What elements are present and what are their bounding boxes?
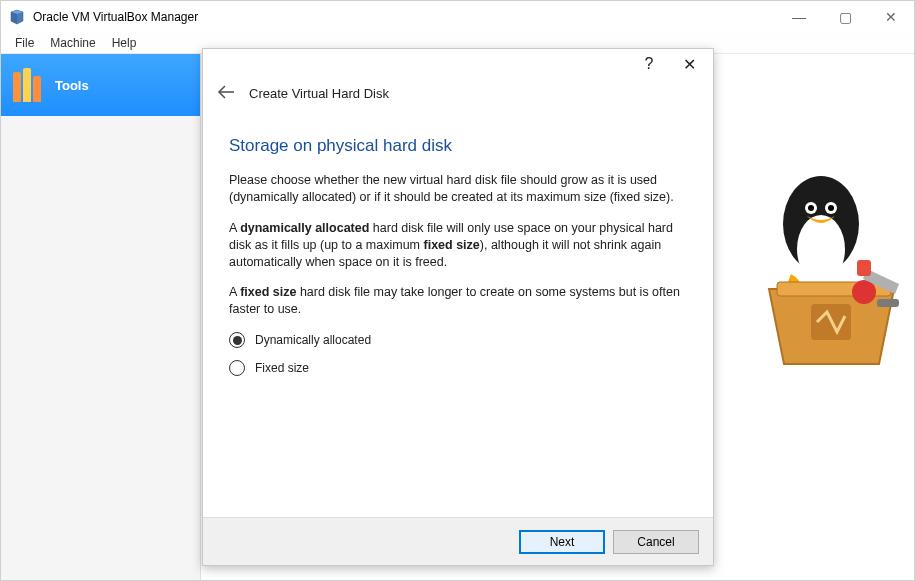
maximize-button[interactable]: ▢ — [822, 1, 868, 32]
dialog-help-button[interactable]: ? — [629, 50, 669, 78]
svg-point-4 — [808, 205, 814, 211]
dialog-text-p1: Please choose whether the new virtual ha… — [229, 172, 687, 206]
svg-rect-9 — [857, 260, 871, 276]
dialog-title: Create Virtual Hard Disk — [249, 86, 389, 101]
app-title: Oracle VM VirtualBox Manager — [33, 10, 776, 24]
menu-help[interactable]: Help — [104, 34, 145, 52]
dialog-text-p2: A dynamically allocated hard disk file w… — [229, 220, 687, 271]
titlebar: Oracle VM VirtualBox Manager — ▢ ✕ — [1, 1, 914, 32]
dialog-heading: Storage on physical hard disk — [229, 136, 687, 156]
sidebar-item-tools[interactable]: Tools — [1, 54, 200, 116]
dialog-titlebar: ? ✕ — [203, 49, 713, 79]
dialog-text-p3: A fixed size hard disk file may take lon… — [229, 284, 687, 318]
radio-circle-icon — [229, 332, 245, 348]
svg-point-8 — [852, 280, 876, 304]
radio-fixed[interactable]: Fixed size — [229, 360, 687, 376]
menu-machine[interactable]: Machine — [42, 34, 103, 52]
svg-rect-10 — [877, 299, 899, 307]
create-disk-dialog: ? ✕ Create Virtual Hard Disk Storage on … — [202, 48, 714, 566]
virtualbox-icon — [9, 9, 25, 25]
svg-point-5 — [828, 205, 834, 211]
radio-dynamic-label: Dynamically allocated — [255, 333, 371, 347]
radio-dynamic[interactable]: Dynamically allocated — [229, 332, 687, 348]
welcome-illustration — [749, 154, 904, 374]
svg-point-1 — [797, 215, 845, 283]
sidebar: Tools — [1, 54, 201, 580]
radio-fixed-label: Fixed size — [255, 361, 309, 375]
tools-label: Tools — [55, 78, 89, 93]
window-close-button[interactable]: ✕ — [868, 1, 914, 32]
dialog-close-button[interactable]: ✕ — [669, 50, 709, 78]
cancel-button[interactable]: Cancel — [613, 530, 699, 554]
menu-file[interactable]: File — [7, 34, 42, 52]
next-button[interactable]: Next — [519, 530, 605, 554]
radio-circle-icon — [229, 360, 245, 376]
minimize-button[interactable]: — — [776, 1, 822, 32]
tools-icon — [13, 68, 41, 102]
back-arrow-icon[interactable] — [215, 83, 237, 104]
